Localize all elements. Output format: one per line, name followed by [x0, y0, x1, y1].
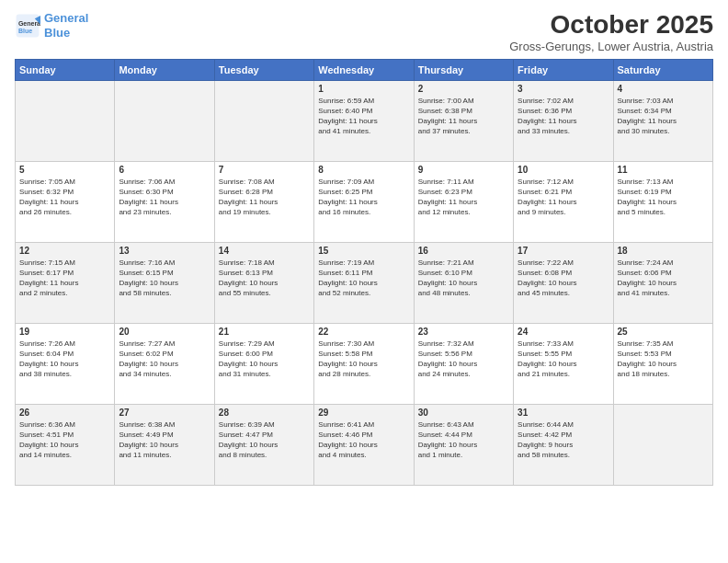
- day-cell: 13Sunrise: 7:16 AM Sunset: 6:15 PM Dayli…: [115, 242, 214, 323]
- title-block: October 2025 Gross-Gerungs, Lower Austri…: [509, 11, 713, 53]
- day-cell: [115, 80, 214, 161]
- day-info: Sunrise: 7:22 AM Sunset: 6:08 PM Dayligh…: [518, 258, 609, 299]
- day-cell: 31Sunrise: 6:44 AM Sunset: 4:42 PM Dayli…: [514, 404, 613, 485]
- week-row-4: 26Sunrise: 6:36 AM Sunset: 4:51 PM Dayli…: [16, 404, 713, 485]
- day-number: 13: [119, 246, 210, 256]
- day-number: 21: [219, 327, 310, 337]
- day-number: 16: [418, 246, 509, 256]
- day-number: 31: [518, 408, 609, 418]
- week-row-0: 1Sunrise: 6:59 AM Sunset: 6:40 PM Daylig…: [16, 80, 713, 161]
- day-number: 28: [219, 408, 310, 418]
- day-info: Sunrise: 7:02 AM Sunset: 6:36 PM Dayligh…: [518, 96, 609, 137]
- day-cell: 22Sunrise: 7:30 AM Sunset: 5:58 PM Dayli…: [314, 323, 414, 404]
- day-cell: 26Sunrise: 6:36 AM Sunset: 4:51 PM Dayli…: [16, 404, 115, 485]
- day-cell: 4Sunrise: 7:03 AM Sunset: 6:34 PM Daylig…: [613, 80, 712, 161]
- day-cell: 20Sunrise: 7:27 AM Sunset: 6:02 PM Dayli…: [115, 323, 214, 404]
- day-cell: 1Sunrise: 6:59 AM Sunset: 6:40 PM Daylig…: [314, 80, 414, 161]
- day-info: Sunrise: 7:18 AM Sunset: 6:13 PM Dayligh…: [219, 258, 310, 299]
- svg-text:Blue: Blue: [18, 27, 32, 33]
- day-number: 25: [618, 327, 709, 337]
- col-monday: Monday: [115, 59, 214, 80]
- day-info: Sunrise: 6:43 AM Sunset: 4:44 PM Dayligh…: [418, 419, 509, 461]
- day-number: 1: [318, 84, 409, 94]
- day-info: Sunrise: 7:06 AM Sunset: 6:30 PM Dayligh…: [119, 177, 210, 218]
- day-number: 5: [19, 165, 110, 175]
- day-info: Sunrise: 7:26 AM Sunset: 6:04 PM Dayligh…: [19, 339, 110, 380]
- day-info: Sunrise: 7:08 AM Sunset: 6:28 PM Dayligh…: [219, 177, 310, 218]
- day-number: 8: [318, 165, 409, 175]
- day-info: Sunrise: 7:32 AM Sunset: 5:56 PM Dayligh…: [418, 339, 509, 380]
- day-cell: 23Sunrise: 7:32 AM Sunset: 5:56 PM Dayli…: [414, 323, 513, 404]
- day-number: 12: [19, 246, 110, 256]
- day-info: Sunrise: 6:59 AM Sunset: 6:40 PM Dayligh…: [318, 96, 409, 137]
- month-title: October 2025: [509, 11, 713, 40]
- day-cell: [214, 80, 313, 161]
- day-number: 2: [418, 84, 509, 94]
- day-number: 6: [119, 165, 210, 175]
- day-info: Sunrise: 7:13 AM Sunset: 6:19 PM Dayligh…: [618, 177, 709, 218]
- logo-text: General Blue: [44, 11, 88, 40]
- day-cell: 8Sunrise: 7:09 AM Sunset: 6:25 PM Daylig…: [314, 161, 414, 242]
- col-friday: Friday: [514, 59, 613, 80]
- day-cell: [613, 404, 712, 485]
- day-number: 19: [19, 327, 110, 337]
- day-cell: 6Sunrise: 7:06 AM Sunset: 6:30 PM Daylig…: [115, 161, 214, 242]
- col-wednesday: Wednesday: [314, 59, 414, 80]
- day-info: Sunrise: 7:15 AM Sunset: 6:17 PM Dayligh…: [19, 258, 110, 299]
- day-cell: 5Sunrise: 7:05 AM Sunset: 6:32 PM Daylig…: [16, 161, 115, 242]
- day-number: 30: [418, 408, 509, 418]
- day-cell: 2Sunrise: 7:00 AM Sunset: 6:38 PM Daylig…: [414, 80, 513, 161]
- day-info: Sunrise: 7:16 AM Sunset: 6:15 PM Dayligh…: [119, 258, 210, 299]
- day-info: Sunrise: 6:38 AM Sunset: 4:49 PM Dayligh…: [119, 419, 210, 461]
- week-row-1: 5Sunrise: 7:05 AM Sunset: 6:32 PM Daylig…: [16, 161, 713, 242]
- day-number: 11: [618, 165, 709, 175]
- col-saturday: Saturday: [613, 59, 712, 80]
- day-info: Sunrise: 7:19 AM Sunset: 6:11 PM Dayligh…: [318, 258, 409, 299]
- day-info: Sunrise: 6:39 AM Sunset: 4:47 PM Dayligh…: [219, 419, 310, 461]
- day-info: Sunrise: 7:00 AM Sunset: 6:38 PM Dayligh…: [418, 96, 509, 137]
- day-cell: 12Sunrise: 7:15 AM Sunset: 6:17 PM Dayli…: [16, 242, 115, 323]
- day-info: Sunrise: 6:36 AM Sunset: 4:51 PM Dayligh…: [19, 419, 110, 461]
- day-cell: 30Sunrise: 6:43 AM Sunset: 4:44 PM Dayli…: [414, 404, 513, 485]
- day-number: 10: [518, 165, 609, 175]
- logo-line1: General: [44, 11, 88, 25]
- day-info: Sunrise: 7:30 AM Sunset: 5:58 PM Dayligh…: [318, 339, 409, 380]
- day-cell: 11Sunrise: 7:13 AM Sunset: 6:19 PM Dayli…: [613, 161, 712, 242]
- day-info: Sunrise: 7:11 AM Sunset: 6:23 PM Dayligh…: [418, 177, 509, 218]
- day-number: 22: [318, 327, 409, 337]
- day-info: Sunrise: 7:27 AM Sunset: 6:02 PM Dayligh…: [119, 339, 210, 380]
- day-number: 18: [618, 246, 709, 256]
- day-cell: 28Sunrise: 6:39 AM Sunset: 4:47 PM Dayli…: [214, 404, 313, 485]
- day-info: Sunrise: 7:03 AM Sunset: 6:34 PM Dayligh…: [618, 96, 709, 137]
- day-cell: 15Sunrise: 7:19 AM Sunset: 6:11 PM Dayli…: [314, 242, 414, 323]
- day-cell: 7Sunrise: 7:08 AM Sunset: 6:28 PM Daylig…: [214, 161, 313, 242]
- logo: General Blue General Blue: [15, 11, 88, 40]
- day-info: Sunrise: 7:12 AM Sunset: 6:21 PM Dayligh…: [518, 177, 609, 218]
- day-number: 17: [518, 246, 609, 256]
- day-cell: 9Sunrise: 7:11 AM Sunset: 6:23 PM Daylig…: [414, 161, 513, 242]
- day-info: Sunrise: 6:44 AM Sunset: 4:42 PM Dayligh…: [518, 419, 609, 461]
- day-info: Sunrise: 7:33 AM Sunset: 5:55 PM Dayligh…: [518, 339, 609, 380]
- day-cell: 14Sunrise: 7:18 AM Sunset: 6:13 PM Dayli…: [214, 242, 313, 323]
- week-row-3: 19Sunrise: 7:26 AM Sunset: 6:04 PM Dayli…: [16, 323, 713, 404]
- page: General Blue General Blue October 2025 G…: [0, 0, 728, 563]
- logo-line2: Blue: [44, 26, 70, 40]
- day-number: 15: [318, 246, 409, 256]
- day-info: Sunrise: 7:24 AM Sunset: 6:06 PM Dayligh…: [618, 258, 709, 299]
- week-row-2: 12Sunrise: 7:15 AM Sunset: 6:17 PM Dayli…: [16, 242, 713, 323]
- day-info: Sunrise: 6:41 AM Sunset: 4:46 PM Dayligh…: [318, 419, 409, 461]
- day-cell: 18Sunrise: 7:24 AM Sunset: 6:06 PM Dayli…: [613, 242, 712, 323]
- day-info: Sunrise: 7:05 AM Sunset: 6:32 PM Dayligh…: [19, 177, 110, 218]
- day-cell: [16, 80, 115, 161]
- day-cell: 10Sunrise: 7:12 AM Sunset: 6:21 PM Dayli…: [514, 161, 613, 242]
- location-subtitle: Gross-Gerungs, Lower Austria, Austria: [509, 40, 713, 53]
- day-number: 24: [518, 327, 609, 337]
- day-number: 7: [219, 165, 310, 175]
- day-cell: 29Sunrise: 6:41 AM Sunset: 4:46 PM Dayli…: [314, 404, 414, 485]
- col-thursday: Thursday: [414, 59, 513, 80]
- day-info: Sunrise: 7:29 AM Sunset: 6:00 PM Dayligh…: [219, 339, 310, 380]
- col-sunday: Sunday: [16, 59, 115, 80]
- day-cell: 24Sunrise: 7:33 AM Sunset: 5:55 PM Dayli…: [514, 323, 613, 404]
- day-cell: 25Sunrise: 7:35 AM Sunset: 5:53 PM Dayli…: [613, 323, 712, 404]
- day-cell: 21Sunrise: 7:29 AM Sunset: 6:00 PM Dayli…: [214, 323, 313, 404]
